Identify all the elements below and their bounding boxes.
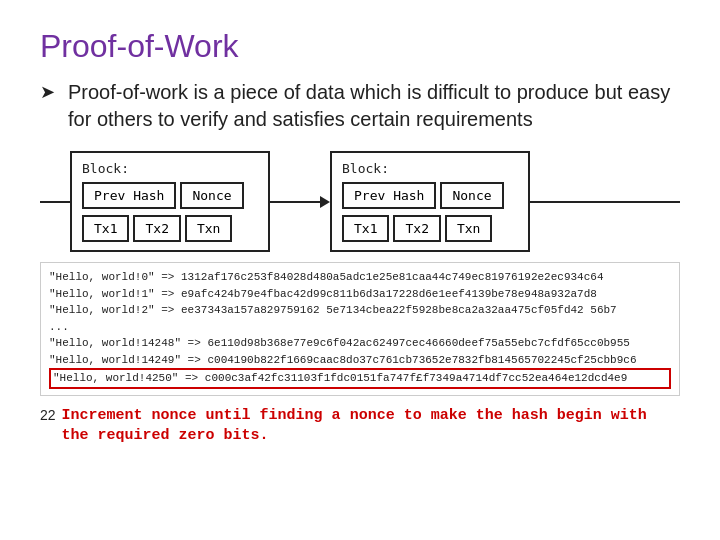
block-2: Block: Prev Hash Nonce Tx1 Tx2 Txn xyxy=(330,151,530,252)
blocks-diagram: Block: Prev Hash Nonce Tx1 Tx2 Txn Block… xyxy=(40,151,680,252)
block-2-top-row: Prev Hash Nonce xyxy=(342,182,518,209)
arrow-between-blocks xyxy=(270,196,330,208)
block-2-label: Block: xyxy=(342,161,518,176)
block-2-prev-hash: Prev Hash xyxy=(342,182,436,209)
block-2-txn: Txn xyxy=(445,215,492,242)
code-line-6: "Hello, world!4250" => c000c3af42fc31103… xyxy=(49,368,671,389)
arrow-line-middle xyxy=(270,201,320,203)
block-1-txn: Txn xyxy=(185,215,232,242)
block-1-tx2: Tx2 xyxy=(133,215,180,242)
code-line-4: "Hello, world!14248" => 6e110d98b368e77e… xyxy=(49,335,671,352)
code-line-2: "Hello, world!2" => ee37343a157a82975916… xyxy=(49,302,671,319)
block-2-bottom-row: Tx1 Tx2 Txn xyxy=(342,215,518,242)
block-1-bottom-row: Tx1 Tx2 Txn xyxy=(82,215,258,242)
code-line-3: ... xyxy=(49,319,671,336)
arrow-head xyxy=(320,196,330,208)
code-line-0: "Hello, world!0" => 1312af176c253f84028d… xyxy=(49,269,671,286)
block-2-nonce: Nonce xyxy=(440,182,503,209)
slide-title: Proof-of-Work xyxy=(40,28,680,65)
block-2-tx2: Tx2 xyxy=(393,215,440,242)
block-1: Block: Prev Hash Nonce Tx1 Tx2 Txn xyxy=(70,151,270,252)
block-1-prev-hash: Prev Hash xyxy=(82,182,176,209)
code-line-5: "Hello, world!14249" => c004190b822f1669… xyxy=(49,352,671,369)
intro-paragraph: Proof-of-work is a piece of data which i… xyxy=(40,79,680,133)
block-2-tx1: Tx1 xyxy=(342,215,389,242)
code-line-1: "Hello, world!1" => e9afc424b79e4fbac42d… xyxy=(49,286,671,303)
block-1-label: Block: xyxy=(82,161,258,176)
footer-number: 22 xyxy=(40,407,56,423)
block-1-nonce: Nonce xyxy=(180,182,243,209)
footer-note: 22 Increment nonce until finding a nonce… xyxy=(40,406,680,447)
code-block: "Hello, world!0" => 1312af176c253f84028d… xyxy=(40,262,680,396)
arrow-line-right xyxy=(530,201,680,203)
footer-text: Increment nonce until finding a nonce to… xyxy=(62,406,680,447)
arrow-line-left xyxy=(40,201,70,203)
block-1-tx1: Tx1 xyxy=(82,215,129,242)
block-1-top-row: Prev Hash Nonce xyxy=(82,182,258,209)
